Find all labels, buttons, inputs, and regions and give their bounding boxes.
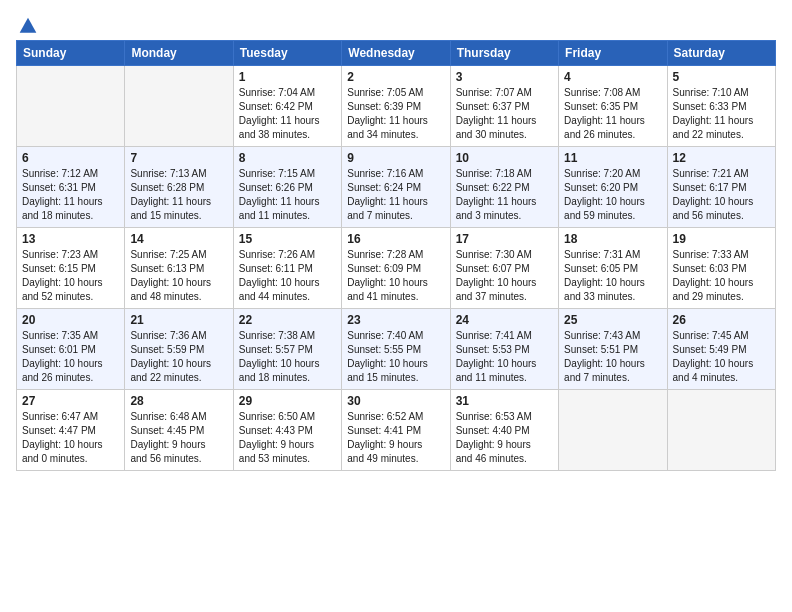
day-number: 24	[456, 313, 553, 327]
day-info: Sunrise: 7:16 AM Sunset: 6:24 PM Dayligh…	[347, 167, 444, 223]
day-cell: 3Sunrise: 7:07 AM Sunset: 6:37 PM Daylig…	[450, 66, 558, 147]
day-cell	[559, 390, 667, 471]
day-cell: 29Sunrise: 6:50 AM Sunset: 4:43 PM Dayli…	[233, 390, 341, 471]
day-number: 14	[130, 232, 227, 246]
day-cell: 26Sunrise: 7:45 AM Sunset: 5:49 PM Dayli…	[667, 309, 775, 390]
day-info: Sunrise: 7:08 AM Sunset: 6:35 PM Dayligh…	[564, 86, 661, 142]
day-info: Sunrise: 7:31 AM Sunset: 6:05 PM Dayligh…	[564, 248, 661, 304]
day-info: Sunrise: 7:18 AM Sunset: 6:22 PM Dayligh…	[456, 167, 553, 223]
day-number: 18	[564, 232, 661, 246]
day-info: Sunrise: 6:50 AM Sunset: 4:43 PM Dayligh…	[239, 410, 336, 466]
day-number: 29	[239, 394, 336, 408]
day-number: 4	[564, 70, 661, 84]
weekday-header-row: SundayMondayTuesdayWednesdayThursdayFrid…	[17, 41, 776, 66]
day-number: 6	[22, 151, 119, 165]
weekday-header-tuesday: Tuesday	[233, 41, 341, 66]
weekday-header-wednesday: Wednesday	[342, 41, 450, 66]
weekday-header-monday: Monday	[125, 41, 233, 66]
day-cell: 2Sunrise: 7:05 AM Sunset: 6:39 PM Daylig…	[342, 66, 450, 147]
day-number: 17	[456, 232, 553, 246]
header	[16, 16, 776, 32]
day-number: 3	[456, 70, 553, 84]
day-cell: 7Sunrise: 7:13 AM Sunset: 6:28 PM Daylig…	[125, 147, 233, 228]
day-info: Sunrise: 6:53 AM Sunset: 4:40 PM Dayligh…	[456, 410, 553, 466]
day-cell: 17Sunrise: 7:30 AM Sunset: 6:07 PM Dayli…	[450, 228, 558, 309]
day-number: 23	[347, 313, 444, 327]
day-cell: 20Sunrise: 7:35 AM Sunset: 6:01 PM Dayli…	[17, 309, 125, 390]
day-cell: 24Sunrise: 7:41 AM Sunset: 5:53 PM Dayli…	[450, 309, 558, 390]
day-number: 10	[456, 151, 553, 165]
day-info: Sunrise: 7:30 AM Sunset: 6:07 PM Dayligh…	[456, 248, 553, 304]
day-cell: 31Sunrise: 6:53 AM Sunset: 4:40 PM Dayli…	[450, 390, 558, 471]
calendar-page: SundayMondayTuesdayWednesdayThursdayFrid…	[0, 0, 792, 612]
logo-text	[16, 16, 38, 36]
day-info: Sunrise: 7:28 AM Sunset: 6:09 PM Dayligh…	[347, 248, 444, 304]
day-cell: 16Sunrise: 7:28 AM Sunset: 6:09 PM Dayli…	[342, 228, 450, 309]
calendar-table: SundayMondayTuesdayWednesdayThursdayFrid…	[16, 40, 776, 471]
day-info: Sunrise: 7:21 AM Sunset: 6:17 PM Dayligh…	[673, 167, 770, 223]
day-number: 30	[347, 394, 444, 408]
day-number: 27	[22, 394, 119, 408]
day-cell: 27Sunrise: 6:47 AM Sunset: 4:47 PM Dayli…	[17, 390, 125, 471]
day-cell: 21Sunrise: 7:36 AM Sunset: 5:59 PM Dayli…	[125, 309, 233, 390]
day-info: Sunrise: 6:52 AM Sunset: 4:41 PM Dayligh…	[347, 410, 444, 466]
day-info: Sunrise: 7:07 AM Sunset: 6:37 PM Dayligh…	[456, 86, 553, 142]
day-cell: 4Sunrise: 7:08 AM Sunset: 6:35 PM Daylig…	[559, 66, 667, 147]
day-number: 21	[130, 313, 227, 327]
day-cell: 28Sunrise: 6:48 AM Sunset: 4:45 PM Dayli…	[125, 390, 233, 471]
day-info: Sunrise: 7:33 AM Sunset: 6:03 PM Dayligh…	[673, 248, 770, 304]
logo	[16, 16, 38, 32]
day-number: 11	[564, 151, 661, 165]
weekday-header-thursday: Thursday	[450, 41, 558, 66]
day-number: 1	[239, 70, 336, 84]
day-number: 2	[347, 70, 444, 84]
day-cell	[125, 66, 233, 147]
day-info: Sunrise: 7:04 AM Sunset: 6:42 PM Dayligh…	[239, 86, 336, 142]
day-info: Sunrise: 6:48 AM Sunset: 4:45 PM Dayligh…	[130, 410, 227, 466]
day-number: 26	[673, 313, 770, 327]
day-cell	[667, 390, 775, 471]
day-number: 15	[239, 232, 336, 246]
day-number: 22	[239, 313, 336, 327]
day-info: Sunrise: 7:13 AM Sunset: 6:28 PM Dayligh…	[130, 167, 227, 223]
day-info: Sunrise: 7:40 AM Sunset: 5:55 PM Dayligh…	[347, 329, 444, 385]
day-info: Sunrise: 7:20 AM Sunset: 6:20 PM Dayligh…	[564, 167, 661, 223]
day-number: 25	[564, 313, 661, 327]
week-row-2: 6Sunrise: 7:12 AM Sunset: 6:31 PM Daylig…	[17, 147, 776, 228]
day-info: Sunrise: 7:35 AM Sunset: 6:01 PM Dayligh…	[22, 329, 119, 385]
day-cell: 9Sunrise: 7:16 AM Sunset: 6:24 PM Daylig…	[342, 147, 450, 228]
day-cell: 1Sunrise: 7:04 AM Sunset: 6:42 PM Daylig…	[233, 66, 341, 147]
day-info: Sunrise: 7:41 AM Sunset: 5:53 PM Dayligh…	[456, 329, 553, 385]
day-info: Sunrise: 7:15 AM Sunset: 6:26 PM Dayligh…	[239, 167, 336, 223]
day-cell: 25Sunrise: 7:43 AM Sunset: 5:51 PM Dayli…	[559, 309, 667, 390]
day-cell	[17, 66, 125, 147]
day-info: Sunrise: 7:26 AM Sunset: 6:11 PM Dayligh…	[239, 248, 336, 304]
week-row-5: 27Sunrise: 6:47 AM Sunset: 4:47 PM Dayli…	[17, 390, 776, 471]
svg-marker-0	[20, 18, 37, 33]
day-cell: 22Sunrise: 7:38 AM Sunset: 5:57 PM Dayli…	[233, 309, 341, 390]
day-cell: 23Sunrise: 7:40 AM Sunset: 5:55 PM Dayli…	[342, 309, 450, 390]
weekday-header-friday: Friday	[559, 41, 667, 66]
day-cell: 11Sunrise: 7:20 AM Sunset: 6:20 PM Dayli…	[559, 147, 667, 228]
day-info: Sunrise: 6:47 AM Sunset: 4:47 PM Dayligh…	[22, 410, 119, 466]
day-number: 19	[673, 232, 770, 246]
day-cell: 12Sunrise: 7:21 AM Sunset: 6:17 PM Dayli…	[667, 147, 775, 228]
day-number: 16	[347, 232, 444, 246]
day-cell: 8Sunrise: 7:15 AM Sunset: 6:26 PM Daylig…	[233, 147, 341, 228]
day-cell: 19Sunrise: 7:33 AM Sunset: 6:03 PM Dayli…	[667, 228, 775, 309]
day-number: 8	[239, 151, 336, 165]
day-info: Sunrise: 7:38 AM Sunset: 5:57 PM Dayligh…	[239, 329, 336, 385]
day-cell: 10Sunrise: 7:18 AM Sunset: 6:22 PM Dayli…	[450, 147, 558, 228]
day-info: Sunrise: 7:45 AM Sunset: 5:49 PM Dayligh…	[673, 329, 770, 385]
day-cell: 6Sunrise: 7:12 AM Sunset: 6:31 PM Daylig…	[17, 147, 125, 228]
day-cell: 15Sunrise: 7:26 AM Sunset: 6:11 PM Dayli…	[233, 228, 341, 309]
weekday-header-saturday: Saturday	[667, 41, 775, 66]
day-info: Sunrise: 7:10 AM Sunset: 6:33 PM Dayligh…	[673, 86, 770, 142]
day-cell: 30Sunrise: 6:52 AM Sunset: 4:41 PM Dayli…	[342, 390, 450, 471]
day-cell: 5Sunrise: 7:10 AM Sunset: 6:33 PM Daylig…	[667, 66, 775, 147]
day-info: Sunrise: 7:23 AM Sunset: 6:15 PM Dayligh…	[22, 248, 119, 304]
day-number: 31	[456, 394, 553, 408]
day-info: Sunrise: 7:43 AM Sunset: 5:51 PM Dayligh…	[564, 329, 661, 385]
day-number: 9	[347, 151, 444, 165]
day-info: Sunrise: 7:12 AM Sunset: 6:31 PM Dayligh…	[22, 167, 119, 223]
